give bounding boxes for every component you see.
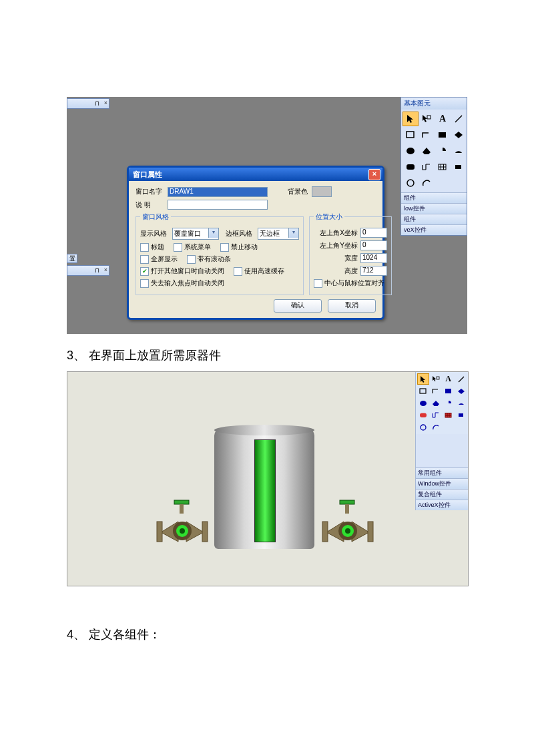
step-line-tool[interactable] [419, 160, 435, 174]
palette-section[interactable]: 常用组件 [416, 467, 468, 478]
palette-section[interactable]: 组件 [401, 214, 467, 224]
pointer-rect-tool[interactable] [430, 373, 442, 385]
rect-tool[interactable] [417, 385, 429, 397]
svg-rect-10 [455, 165, 461, 169]
x-input[interactable]: 0 [360, 228, 387, 238]
close-icon[interactable]: × [368, 169, 380, 180]
svg-rect-21 [322, 522, 328, 542]
y-input[interactable]: 0 [360, 240, 387, 250]
tank-component[interactable] [214, 429, 314, 549]
palette-section[interactable]: ActiveX控件 [416, 500, 468, 510]
close-icon[interactable]: × [104, 100, 107, 106]
svg-point-25 [345, 528, 350, 534]
rhombus-tool[interactable] [455, 385, 467, 397]
svg-point-18 [180, 528, 185, 534]
screenshot-canvas: A 常用组件 Window控件 复合组件 Ac [67, 371, 469, 586]
chord-tool[interactable] [451, 144, 467, 158]
line-tool[interactable] [451, 112, 467, 126]
valve-left[interactable] [154, 499, 210, 546]
step-4-text: 4、 定义各组件： [67, 626, 467, 642]
svg-rect-14 [157, 522, 162, 542]
text-tool[interactable]: A [435, 112, 451, 126]
cb-title[interactable]: 标题 [140, 242, 164, 252]
dialog-title: 窗口属性 [133, 170, 162, 178]
desc-input[interactable] [168, 200, 268, 210]
polyline-tool[interactable] [430, 385, 442, 397]
arc-tool[interactable] [419, 176, 435, 190]
filled-rect2-tool[interactable] [451, 160, 467, 174]
step-line-tool[interactable] [430, 409, 442, 421]
border-style-combo[interactable]: 无边框▾ [258, 228, 299, 240]
svg-rect-13 [180, 504, 184, 514]
svg-rect-6 [439, 164, 446, 170]
h-input[interactable]: 712 [360, 266, 387, 276]
name-label: 窗口名字 [136, 187, 168, 196]
w-input[interactable]: 1024 [360, 253, 387, 263]
filled-rect-tool[interactable] [443, 385, 455, 397]
cb-nomove[interactable]: 禁止移动 [220, 242, 258, 252]
pointer-tool[interactable] [417, 373, 429, 385]
collapsed-caption: 置 [67, 254, 77, 263]
ellipse-tool[interactable] [403, 144, 419, 158]
window-name-input[interactable]: DRAW1 [168, 187, 268, 197]
svg-rect-36 [459, 413, 463, 417]
cb-center-mouse[interactable]: 中心与鼠标位置对齐 [314, 278, 384, 288]
polyline-tool[interactable] [419, 128, 435, 142]
grid-tool[interactable] [435, 160, 451, 174]
round-rect-tool[interactable] [403, 160, 419, 174]
svg-rect-5 [407, 164, 415, 170]
palette-section[interactable]: Window控件 [416, 478, 468, 489]
palette-section[interactable]: 组件 [401, 192, 467, 203]
palette-section[interactable]: veX控件 [401, 224, 467, 235]
pie-tool[interactable] [435, 144, 451, 158]
grid-tool[interactable] [443, 409, 455, 421]
arc-tool[interactable] [430, 421, 442, 433]
valve-right[interactable] [320, 499, 376, 546]
bgcolor-swatch[interactable] [312, 186, 332, 197]
display-style-combo[interactable]: 覆盖窗口▾ [172, 228, 219, 240]
ellipse-tool[interactable] [417, 397, 429, 409]
h-label: 高度 [314, 266, 358, 276]
filled-rect2-tool[interactable] [455, 409, 467, 421]
svg-rect-2 [407, 132, 414, 138]
round-rect-tool[interactable] [417, 409, 429, 421]
tool-palette-2: A 常用组件 Window控件 复合组件 Ac [415, 372, 468, 510]
rect-tool[interactable] [403, 128, 419, 142]
ok-button[interactable]: 确认 [274, 299, 322, 313]
chord-tool[interactable] [455, 397, 467, 409]
ring-tool[interactable] [417, 421, 429, 433]
close-icon[interactable]: × [104, 266, 107, 273]
text-tool[interactable]: A [443, 373, 455, 385]
pie-tool[interactable] [443, 397, 455, 409]
cb-autoclose-other[interactable]: ✔打开其他窗口时自动关闭 [140, 266, 224, 276]
dock-panel-bottom: ⊓ × [67, 265, 109, 276]
cb-scrollbar[interactable]: 带有滚动条 [187, 254, 231, 264]
filled-rect-tool[interactable] [435, 128, 451, 142]
palette-title: 基本图元 [401, 98, 467, 110]
svg-rect-3 [439, 132, 446, 138]
cb-fastcache[interactable]: 使用高速缓存 [234, 266, 284, 276]
svg-line-27 [459, 377, 464, 382]
cb-sysmenu[interactable]: 系统菜单 [174, 242, 211, 252]
cb-fullscreen[interactable]: 全屏显示 [140, 254, 178, 264]
cancel-button[interactable]: 取消 [328, 299, 376, 313]
svg-rect-20 [345, 504, 349, 514]
ring-tool[interactable] [403, 176, 419, 190]
palette-section[interactable]: 复合组件 [416, 489, 468, 500]
cb-autoclose-focus[interactable]: 失去输入焦点时自动关闭 [140, 278, 224, 288]
polygon-tool[interactable] [419, 144, 435, 158]
chevron-down-icon: ▾ [208, 228, 218, 238]
dialog-titlebar[interactable]: 窗口属性 × [129, 168, 382, 181]
palette-section[interactable]: low控件 [401, 203, 467, 214]
svg-point-11 [407, 180, 414, 186]
rhombus-tool[interactable] [451, 128, 467, 142]
pointer-tool[interactable] [403, 112, 419, 126]
svg-point-4 [407, 148, 415, 154]
svg-rect-28 [420, 389, 426, 393]
pointer-rect-tool[interactable] [419, 112, 435, 126]
svg-point-30 [420, 401, 427, 406]
line-tool[interactable] [455, 373, 467, 385]
screenshot-dialog: ⊓ × 置 ⊓ × 基本图元 A [67, 97, 467, 334]
tool-palette: 基本图元 A 组件 [400, 97, 467, 236]
polygon-tool[interactable] [430, 397, 442, 409]
